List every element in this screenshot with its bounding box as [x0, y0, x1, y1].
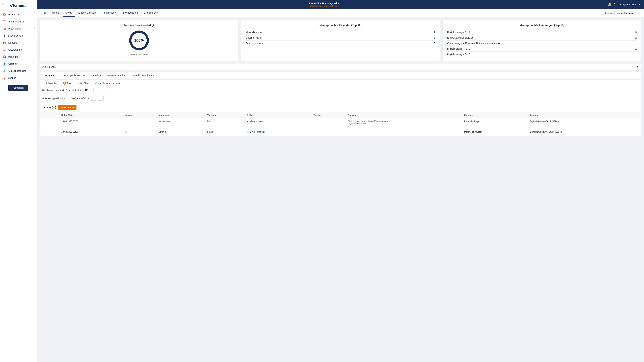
date-range-label: Auswertungszeitraum:: [42, 97, 66, 100]
tab-einstellungen[interactable]: Einstellungen: [141, 9, 161, 17]
user-dropdown-icon[interactable]: ▼: [639, 3, 641, 6]
sidebar-item-buchungsseite[interactable]: 🗓 Buchungsseite ›: [0, 32, 37, 39]
nav-icon-unternehmen: 📊: [3, 27, 6, 30]
row-menu-1[interactable]: ⋮: [40, 129, 60, 136]
row-email-0[interactable]: test@etermin.net: [245, 118, 312, 129]
user-email[interactable]: video@etermin.net: [618, 3, 636, 6]
termine-table: Datum/ZeitAnzahlNachnameVornameE-MailTel…: [40, 112, 641, 136]
list-item-name: Optimierung und Fokus auf Unternehmensst…: [447, 42, 634, 44]
table-container: Datum/ZeitAnzahlNachnameVornameE-MailTel…: [40, 112, 641, 136]
sidebar-item-terminkalender[interactable]: 📅 Terminkalender: [0, 18, 37, 25]
booking-url[interactable]: https://www.eTermin.net/video: [309, 5, 339, 7]
attr-checkbox-paid[interactable]: [60, 82, 62, 84]
nav-label-marketing: Marketing: [8, 55, 18, 58]
sidebar-item-dashboard[interactable]: 🏠 Dashboard: [0, 11, 37, 18]
attr-label-no_show: No Show: [80, 82, 89, 84]
list-item-count: 3: [635, 31, 636, 33]
sub-tab-stornierte[interactable]: Stornierte Termine: [104, 72, 128, 79]
tab-monat[interactable]: Monat: [63, 9, 75, 17]
sidebar-item-auswertungen[interactable]: 📈 Auswertungen ›: [0, 46, 37, 53]
sidebar-item-api[interactable]: 🔗 API Schnittstellen ›: [0, 67, 37, 74]
booking-title: Ihre Online Buchungsseite: [309, 2, 339, 5]
topbar-right: 🔔 ? video@etermin.net ▼: [608, 3, 641, 6]
neuer-termin-button[interactable]: Neuer Termin: [58, 105, 76, 110]
list-item-name: Digitalisierung – Teil 1: [447, 31, 634, 33]
row-notizen-1: [346, 129, 462, 136]
attr-filter-no_show[interactable]: ✕No Show: [74, 82, 89, 84]
attr-badge-paid: €: [63, 82, 66, 85]
sub-tab-vormerkliste[interactable]: Vormerkliste/Anfragen: [128, 72, 156, 79]
list-item-count: 3: [434, 42, 435, 44]
tab-right: Kriterium Termin StartdatumBuchungsdatum: [604, 11, 641, 15]
kriterium-label: Kriterium: [604, 12, 613, 14]
nav-label-unternehmen: Unternehmen: [8, 27, 22, 30]
tab-bar: TagWocheMonatEigener ZeitraumTerminsuche…: [37, 9, 644, 17]
topbar-center: Ihre Online Buchungsseite https://www.eT…: [309, 2, 339, 7]
attr-filter-kein_attribut[interactable]: Kein Attribut: [42, 82, 57, 84]
nav-icon-api: 🔗: [3, 69, 6, 73]
row-menu-0[interactable]: ⋮: [40, 118, 60, 129]
attr-label-confirmed: Appointment confirmed: [98, 82, 120, 84]
attr-filter-paid[interactable]: €Paid: [60, 82, 72, 85]
list-item-count: 2: [635, 36, 636, 39]
col-header-email: E-Mail: [245, 112, 312, 118]
row-vorname-0: Max: [206, 118, 245, 129]
sub-tab-termine[interactable]: Termine: [42, 72, 56, 79]
donut-subtitle: 10 von 10 = 100%: [130, 53, 148, 56]
date-range-row: Auswertungszeitraum: 3/1/2023 - 3/31/202…: [40, 94, 641, 103]
list-item: Erstberatung für Startups2: [446, 35, 637, 40]
attr-checkbox-kein_attribut[interactable]: [42, 82, 44, 84]
und-select[interactable]: UND ODER: [82, 88, 94, 92]
col-header-menu: [40, 112, 60, 118]
attr-checkbox-confirmed[interactable]: [92, 82, 94, 84]
sidebar-item-account[interactable]: 👤 Account ›: [0, 60, 37, 67]
help-icon[interactable]: ?: [614, 3, 616, 6]
next-date-button[interactable]: >: [98, 96, 104, 100]
list-item: Digitalisierung – Teil 13: [446, 29, 637, 35]
kriterium-select[interactable]: Termin StartdatumBuchungsdatum: [614, 11, 641, 15]
abmelden-button[interactable]: Abmelden: [8, 85, 28, 91]
nav-label-terminkalender: Terminkalender: [8, 20, 24, 23]
nav-icon-account: 👤: [3, 62, 6, 66]
tab-eigener[interactable]: Eigener Zeitraum: [76, 9, 99, 17]
row-leistung-1: Erstberatung für Startups (97243): [528, 129, 641, 136]
list-item: Digitalisierung – Teil 31: [446, 52, 637, 57]
stats-row: Termine bereits erledigt 100% 10 von 10 …: [37, 17, 644, 64]
row-datum-1: 13.03.2023 09:30: [60, 129, 124, 136]
sidebar-item-kontakte[interactable]: 👥 Kontakte: [0, 39, 37, 46]
bell-icon[interactable]: 🔔: [608, 3, 612, 6]
attr-checkbox-no_show[interactable]: [74, 82, 76, 84]
nav-arrow-auswertungen: ›: [34, 49, 35, 51]
attr-label-kein_attribut: Kein Attribut: [46, 82, 57, 84]
card3-title: Meistgebuchte Leistungen (Top 10): [446, 24, 637, 27]
tab-woche[interactable]: Woche: [50, 9, 62, 17]
tab-tag[interactable]: Tag: [40, 9, 49, 17]
sub-tab-warteliste[interactable]: Warteliste: [88, 72, 104, 79]
kalender-dropdown[interactable]: Alle Kalender ▼: [40, 64, 641, 70]
termine-count-label: Termine (10): [42, 106, 56, 109]
close-icon[interactable]: ✕: [2, 2, 4, 6]
row-email-1[interactable]: test2@etermin.net: [245, 129, 312, 136]
suchkriterien-row: Suchkriterien (gewählte Terminattribute)…: [40, 87, 641, 94]
sidebar: ✕ eTermin☁ 🏠 Dashboard 📅 Terminkalender …: [0, 0, 37, 362]
list-item-name: Erstberatung für Startups: [447, 36, 634, 39]
list-item-name: Digitalisierung – Teil 2: [447, 47, 634, 50]
sub-tab-zu_bestaetigen[interactable]: Zu bestätigende Termine: [56, 72, 88, 79]
row-leistung-0: Digitalisierung – Teil 2 (97246): [528, 118, 641, 129]
list-item-name: Maximilian Muster: [246, 31, 265, 33]
sidebar-item-support[interactable]: ❓ Support: [0, 74, 37, 81]
sidebar-item-marketing[interactable]: 🎯 Marketing ›: [0, 53, 37, 60]
row-telefon-1: [312, 129, 346, 136]
row-kalender-0: Franziska Mayer: [462, 118, 528, 129]
tab-abwesenheiten[interactable]: Abwesenheiten: [119, 9, 140, 17]
tab-terminsuche[interactable]: Terminsuche: [100, 9, 118, 17]
nav-label-account: Account: [8, 62, 16, 65]
nav-arrow-unternehmen: ›: [34, 27, 35, 30]
list-item-name: Franziska Mayer: [246, 42, 263, 44]
list-item-name: Digitalisierung – Teil 3: [447, 53, 634, 56]
attr-filter-confirmed[interactable]: ✓Appointment confirmed: [92, 82, 120, 84]
col-header-kalender: Kalender: [462, 112, 528, 118]
prev-date-button[interactable]: <: [90, 96, 96, 100]
row-notizen-0: Digitalisierung im Mittelstand (Seminar/…: [346, 118, 462, 129]
sidebar-item-unternehmen[interactable]: 📊 Unternehmen ›: [0, 25, 37, 32]
